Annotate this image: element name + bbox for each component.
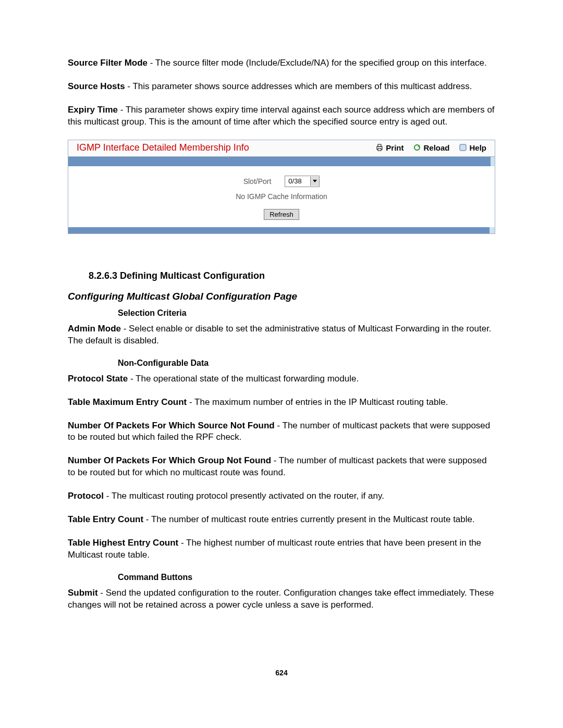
- definition: Protocol State - The operational state o…: [68, 373, 495, 385]
- definition-label: Table Highest Entry Count: [68, 538, 178, 548]
- print-button[interactable]: Print: [375, 143, 403, 152]
- definition-label: Source Hosts: [68, 81, 125, 91]
- definition-label: Protocol State: [68, 374, 128, 384]
- help-button[interactable]: Help: [459, 143, 486, 152]
- definition-text: - The source filter mode (Include/Exclud…: [148, 58, 487, 68]
- definition: Table Highest Entry Count - The highest …: [68, 537, 495, 561]
- page-number: 624: [68, 669, 495, 677]
- definition-label: Source Filter Mode: [68, 58, 148, 68]
- definition-label: Number Of Packets For Which Source Not F…: [68, 421, 275, 430]
- cache-message: No IGMP Cache Information: [74, 192, 489, 201]
- definition-label: Expiry Time: [68, 105, 118, 115]
- definition: Admin Mode - Select enable or disable to…: [68, 323, 495, 347]
- definition-text: - Send the updated configuration to the …: [68, 588, 494, 610]
- svg-rect-4: [460, 144, 466, 151]
- panel-blue-band: [68, 157, 495, 166]
- definition: Submit - Send the updated configuration …: [68, 587, 495, 611]
- definition-text: - The number of multicast route entries …: [143, 514, 475, 524]
- panel-actions: Print Reload Help: [375, 143, 486, 152]
- definition-text: - This parameter shows source addresses …: [125, 81, 472, 91]
- definition-text: - This parameter shows expiry time inter…: [68, 105, 495, 127]
- panel-titlebar: IGMP Interface Detailed Membership Info …: [68, 140, 495, 157]
- definition-label: Protocol: [68, 491, 104, 501]
- svg-rect-1: [378, 144, 381, 146]
- slot-port-select[interactable]: 0/38: [285, 176, 320, 187]
- igmp-panel: IGMP Interface Detailed Membership Info …: [68, 140, 495, 234]
- panel-body: Slot/Port 0/38 No IGMP Cache Information…: [68, 166, 495, 227]
- definition: Table Maximum Entry Count - The maximum …: [68, 397, 495, 409]
- definition-label: Admin Mode: [68, 324, 121, 334]
- definition-text: - The multicast routing protocol present…: [104, 491, 384, 501]
- section-subtitle: Configuring Multicast Global Configurati…: [68, 291, 495, 302]
- definition-label: Number Of Packets For Which Group Not Fo…: [68, 455, 271, 465]
- definition: Table Entry Count - The number of multic…: [68, 514, 495, 526]
- definition: Number Of Packets For Which Group Not Fo…: [68, 455, 495, 479]
- panel-foot: [68, 227, 495, 233]
- panel-button-row: Refresh: [74, 209, 489, 220]
- document-page: Source Filter Mode - The source filter m…: [0, 0, 563, 708]
- help-icon: [459, 143, 467, 152]
- panel-title: IGMP Interface Detailed Membership Info: [77, 142, 375, 153]
- svg-rect-2: [378, 149, 381, 151]
- definition: Protocol - The multicast routing protoco…: [68, 490, 495, 502]
- slot-port-row: Slot/Port 0/38: [243, 176, 320, 187]
- definition: Number Of Packets For Which Source Not F…: [68, 420, 495, 444]
- print-label: Print: [386, 143, 403, 152]
- command-buttons-heading: Command Buttons: [118, 573, 495, 582]
- print-icon: [375, 143, 384, 152]
- reload-label: Reload: [423, 143, 449, 152]
- definition-label: Submit: [68, 588, 98, 598]
- non-configurable-heading: Non-Configurable Data: [118, 359, 495, 368]
- refresh-button[interactable]: Refresh: [264, 209, 299, 220]
- slot-port-value: 0/38: [285, 177, 310, 185]
- definition-text: - The maximum number of entries in the I…: [187, 397, 448, 407]
- selection-criteria-heading: Selection Criteria: [118, 309, 495, 318]
- definition-label: Table Entry Count: [68, 514, 143, 524]
- slot-port-label: Slot/Port: [243, 177, 272, 186]
- definition: Source Filter Mode - The source filter m…: [68, 57, 495, 69]
- definition-text: - The operational state of the multicast…: [128, 374, 359, 384]
- section-heading: 8.2.6.3 Defining Multicast Configuration: [89, 270, 495, 281]
- help-label: Help: [469, 143, 486, 152]
- reload-button[interactable]: Reload: [413, 143, 449, 152]
- definition: Source Hosts - This parameter shows sour…: [68, 81, 495, 93]
- definition: Expiry Time - This parameter shows expir…: [68, 104, 495, 128]
- reload-icon: [413, 143, 421, 152]
- definition-text: - Select enable or disable to set the ad…: [68, 324, 492, 346]
- definition-label: Table Maximum Entry Count: [68, 397, 187, 407]
- chevron-down-icon: [310, 177, 319, 186]
